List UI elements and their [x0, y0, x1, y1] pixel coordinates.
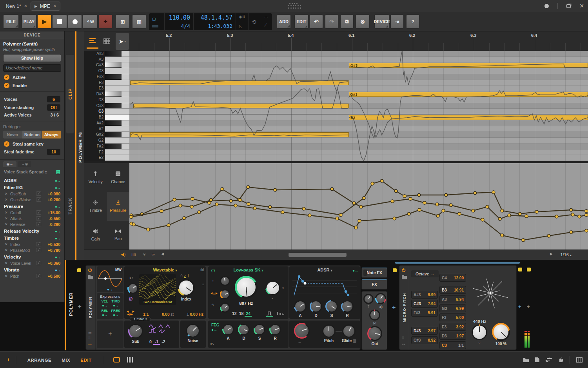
add-device-button[interactable]: + [527, 304, 530, 310]
mod-target-row[interactable]: ✕Oscs/Noise+0.260 [0, 197, 64, 202]
amp-env-panel[interactable]: ADSR ▾ ●→ ADSR [289, 266, 360, 319]
feg-knobs-knob-A[interactable]: A [222, 324, 234, 341]
filter-drive-knob[interactable] [220, 289, 230, 299]
piano-key-E2[interactable]: E2 [84, 155, 129, 161]
glide-knob[interactable]: Glide L [342, 324, 356, 343]
glide-curve-knob[interactable] [294, 323, 310, 339]
feg-knobs-knob-R[interactable]: R [269, 324, 281, 341]
mapping-grid-icon[interactable]: ⠿ [402, 336, 405, 340]
piano-keys[interactable]: A#3A3G#3G3F#3F3E3D#3D3C#3C3B2A#2A2G#2G2F… [84, 51, 129, 161]
micro-pitch-name[interactable]: MICRO-PITCH [401, 284, 408, 331]
piano-key-D3[interactable]: D3 [84, 97, 129, 103]
device-button[interactable]: DEVICE [374, 15, 389, 29]
mod-source-timbre[interactable]: Timbre●→ [0, 234, 64, 241]
scroll-left-icon[interactable]: ◀ [161, 252, 164, 256]
play-icon[interactable]: ▶ [34, 4, 37, 8]
modulation-out-icon[interactable]: ⊶ [402, 342, 405, 346]
mod-arrow-icon[interactable]: ●→ [110, 313, 121, 317]
timeline-ruler[interactable]: 5.25.35.46.16.26.36.4 [129, 31, 588, 51]
sub-octave--2[interactable]: -2 [160, 339, 167, 344]
piano-key-G3[interactable]: G3 [84, 68, 129, 74]
play-menu-button[interactable]: PLAY [22, 15, 36, 29]
lane-label[interactable]: POLYMER #6 [76, 116, 84, 179]
retrigger-option-note-on[interactable]: Note on [22, 131, 42, 138]
expression-timbre-button[interactable]: Timbre [84, 192, 107, 220]
track-name-vertical[interactable]: POLYMER [68, 290, 74, 318]
tab-new1[interactable]: New 1* ✕ [2, 2, 31, 11]
osc-pitch-knob[interactable] [127, 283, 138, 294]
note-fx-button[interactable]: Note FX [361, 268, 387, 278]
mod-source-release-velocity[interactable]: Release Velocity●→ [0, 227, 64, 234]
expression-slot-rel[interactable]: REL●→ [99, 309, 110, 317]
keytrack-icon[interactable]: ▸↑ [130, 276, 133, 280]
file-button[interactable]: FILE [3, 15, 19, 29]
piano-key-G2[interactable]: G2 [84, 138, 129, 144]
expressions-panel[interactable]: Expressions VEL●→TIMB●→REL●→PRES●→ [97, 293, 123, 319]
folder-icon[interactable] [402, 276, 407, 279]
steal-same-key-toggle[interactable]: ✓Steal same key [4, 141, 60, 147]
mod-arrow-icon[interactable]: ●→ [99, 303, 110, 308]
retrigger-option-never[interactable]: Never [3, 131, 22, 138]
piano-key-F3[interactable]: F3 [84, 80, 129, 86]
power-icon[interactable]: ⏻ [402, 268, 406, 273]
mod-target-row[interactable]: ✕Pitch+0.500 [0, 273, 64, 279]
position-cell[interactable]: 48.1.4.57 1:43.032 [194, 13, 236, 30]
env-type-dropdown[interactable]: ADSR ▾ [289, 268, 360, 272]
device-name-input[interactable]: User-defined name [3, 64, 61, 72]
punch-in-icon[interactable]: ⬖⠿ [239, 15, 245, 19]
pressure-lane[interactable] [129, 163, 588, 250]
piano-key-C#3[interactable]: C#3 [84, 103, 129, 109]
expression-slot-pres[interactable]: PRES●→ [110, 309, 121, 317]
piano-key-D#3[interactable]: D#3 [84, 91, 129, 97]
add-device-button[interactable]: + [78, 303, 82, 311]
reference-pitch-label[interactable]: 440 Hz [473, 319, 486, 324]
feg-knobs-knob-S[interactable]: S [254, 324, 265, 341]
metronome-cell[interactable]: ▢ ⇄ [149, 13, 165, 30]
tuning-row-D3[interactable]: D31.97 [439, 332, 466, 340]
piano-key-A2[interactable]: A2 [84, 126, 129, 132]
view-arrange[interactable]: ARRANGE [27, 358, 52, 363]
view-mix[interactable]: MIX [62, 358, 70, 363]
sub-octave--1[interactable]: -1 [153, 339, 160, 345]
glide-legato-badge[interactable]: L [353, 339, 356, 343]
filter-env-panel[interactable]: FEG ●→ ◂∿ ADSR [208, 321, 289, 348]
wavetable-display[interactable]: Two Harmonics.wt [139, 274, 176, 305]
sub-octave-selector[interactable]: 0-1-2 [148, 338, 167, 345]
piano-key-C3[interactable]: C3 [84, 109, 129, 115]
close-icon[interactable]: ✕ [24, 4, 27, 9]
undo-button[interactable]: ↶ [310, 15, 323, 29]
steal-fade-param[interactable]: Steal fade time10 [4, 149, 60, 155]
device-volume-knob[interactable]: ◀) [375, 293, 386, 309]
piano-editor-icon[interactable] [576, 357, 583, 363]
tuning-row-C3[interactable]: C31/1 [439, 341, 466, 349]
out-knob[interactable]: Out [367, 326, 382, 346]
punch-out-icon[interactable]: ◺ [239, 25, 245, 29]
view-edit[interactable]: EDIT [80, 358, 91, 363]
piano-key-A#2[interactable]: A#2 [84, 120, 129, 126]
reference-pitch-knob[interactable]: ⑂ [472, 324, 487, 345]
mod-arrow-icon[interactable]: ●→ [110, 303, 121, 308]
tuning-row-A3[interactable]: A38.94 [439, 295, 466, 303]
add-slot-panel[interactable]: + [97, 321, 123, 348]
tuning-row-F#3[interactable]: F#35.91 [411, 309, 438, 317]
piano-key-G#3[interactable]: G#3 [84, 62, 129, 68]
expression-chance-button[interactable]: Chance [107, 163, 130, 192]
channel-strip-icon[interactable] [127, 357, 133, 363]
piano-key-B2[interactable]: B2 [84, 115, 129, 120]
voice-stack-spread-row[interactable]: Voice Stack Spread ±▤ [0, 168, 64, 177]
duplicate-button[interactable]: ⧉ [340, 15, 354, 29]
polymer-device[interactable]: ⏻ POLYMER ▭ ⠿ ⊶ MW ●→ Expressions VEL●→T… [85, 265, 361, 350]
env-display[interactable] [292, 273, 357, 297]
amount-knob[interactable]: 100 % [492, 323, 510, 346]
tuning-row-B3[interactable]: B310.91 [439, 286, 466, 294]
grid-resolution[interactable]: 1/16 ▴ [561, 252, 572, 257]
info-icon[interactable]: i [8, 357, 9, 363]
launcher-button[interactable]: ⊞ [116, 15, 130, 29]
mod-target-row[interactable]: ✕Voice Level+0.360 [0, 260, 64, 266]
io-swap-icon[interactable] [545, 357, 552, 362]
pitch-glide-panel[interactable]: ⌒ Pitch Glide L [289, 321, 360, 348]
enable-toggle[interactable]: ✓Enable [4, 83, 60, 88]
fx-button[interactable]: FX [361, 279, 387, 290]
velocity-depth-knob[interactable]: ⍑ [363, 294, 374, 309]
filter-resonance-knob[interactable] [265, 281, 280, 295]
